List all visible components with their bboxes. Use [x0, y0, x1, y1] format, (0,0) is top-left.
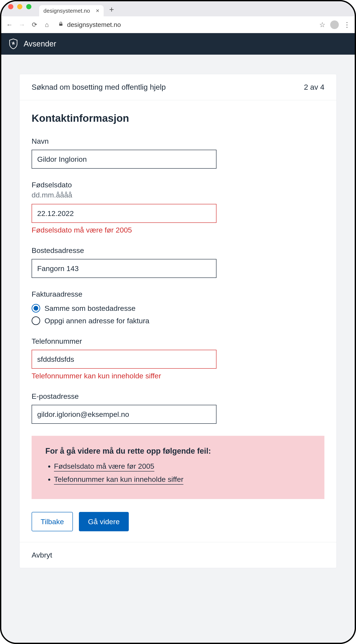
name-input[interactable]: [31, 150, 217, 169]
card-body: Kontaktinformasjon Navn Fødselsdato dd.m…: [19, 100, 337, 542]
svg-rect-0: [59, 24, 62, 26]
error-summary: For å gå videre må du rette opp følgende…: [31, 436, 325, 499]
address-label: Bostedsadresse: [31, 246, 325, 255]
phone-label: Telefonnummer: [31, 337, 325, 346]
invoice-option-same[interactable]: Samme som bostedadresse: [31, 304, 325, 312]
field-invoice-address: Fakturaadresse Samme som bostedadresse O…: [31, 290, 325, 325]
radio-icon: [31, 316, 40, 325]
back-button[interactable]: Tilbake: [31, 512, 73, 531]
browser-tab-bar: designsystemet.no × +: [1, 1, 355, 16]
page-content: Søknad om bosetting med offentlig hjelp …: [1, 55, 355, 643]
card-title: Søknad om bosetting med offentlig hjelp: [31, 83, 166, 92]
browser-url-text: designsystemet.no: [67, 21, 121, 28]
cancel-link[interactable]: Avbryt: [31, 551, 52, 559]
form-card: Søknad om bosetting med offentlig hjelp …: [19, 74, 337, 568]
address-input[interactable]: [31, 259, 217, 278]
bookmark-star-icon[interactable]: ☆: [319, 21, 326, 29]
error-summary-item[interactable]: Fødselsdato må være før 2005: [54, 462, 311, 470]
phone-input[interactable]: [31, 350, 217, 369]
card-footer: Avbryt: [19, 542, 337, 568]
radio-icon: [31, 304, 40, 312]
close-tab-icon[interactable]: ×: [96, 8, 99, 14]
birthdate-hint: dd.mm.åååå: [31, 191, 325, 199]
phone-error: Telefonnummer kan kun inneholde siffer: [31, 372, 325, 380]
lock-icon: [58, 21, 64, 28]
window-maximize-icon[interactable]: [26, 4, 31, 9]
browser-tab[interactable]: designsystemet.no ×: [39, 5, 104, 16]
email-label: E-postadresse: [31, 392, 325, 400]
form-actions: Tilbake Gå videre: [31, 499, 325, 542]
window-traffic-lights: [5, 1, 33, 16]
browser-reload-icon[interactable]: ⟳: [30, 21, 38, 28]
invoice-address-legend: Fakturaadresse: [31, 290, 82, 298]
device-frame: designsystemet.no × + ← → ⟳ ⌂ designsyst…: [0, 0, 356, 644]
card-header: Søknad om bosetting med offentlig hjelp …: [19, 74, 337, 100]
invoice-option-other[interactable]: Oppgi annen adresse for faktura: [31, 316, 325, 325]
field-address: Bostedsadresse: [31, 246, 325, 278]
error-summary-item[interactable]: Telefonnummer kan kun inneholde siffer: [54, 475, 311, 484]
birthdate-error: Fødselsdato må være før 2005: [31, 226, 325, 234]
next-button[interactable]: Gå videre: [79, 512, 129, 531]
birthdate-input[interactable]: [31, 204, 217, 223]
window-close-icon[interactable]: [8, 4, 13, 9]
browser-address-bar: ← → ⟳ ⌂ designsystemet.no ☆ ⋮: [1, 16, 355, 33]
email-input[interactable]: [31, 405, 217, 424]
field-phone: Telefonnummer Telefonnummer kan kun inne…: [31, 337, 325, 380]
browser-home-icon[interactable]: ⌂: [43, 21, 51, 28]
error-summary-heading: For å gå videre må du rette opp følgende…: [45, 446, 311, 456]
browser-forward-icon[interactable]: →: [18, 21, 26, 28]
app-title: Avsender: [24, 39, 56, 48]
norwegian-crest-icon: [8, 38, 18, 50]
browser-menu-icon[interactable]: ⋮: [344, 21, 351, 29]
browser-tab-title: designsystemet.no: [43, 8, 90, 14]
browser-back-icon[interactable]: ←: [5, 21, 13, 28]
window-minimize-icon[interactable]: [17, 4, 22, 9]
step-indicator: 2 av 4: [304, 83, 325, 92]
field-name: Navn: [31, 137, 325, 169]
radio-label: Samme som bostedadresse: [44, 304, 135, 312]
field-birthdate: Fødselsdato dd.mm.åååå Fødselsdato må væ…: [31, 181, 325, 234]
birthdate-label: Fødselsdato: [31, 181, 325, 189]
profile-avatar[interactable]: [330, 20, 339, 29]
new-tab-button[interactable]: +: [109, 5, 114, 14]
browser-url-field[interactable]: designsystemet.no: [55, 21, 315, 28]
name-label: Navn: [31, 137, 325, 146]
page-title: Kontaktinformasjon: [31, 112, 325, 124]
radio-label: Oppgi annen adresse for faktura: [44, 316, 149, 325]
field-email: E-postadresse: [31, 392, 325, 424]
app-header: Avsender: [1, 33, 355, 55]
